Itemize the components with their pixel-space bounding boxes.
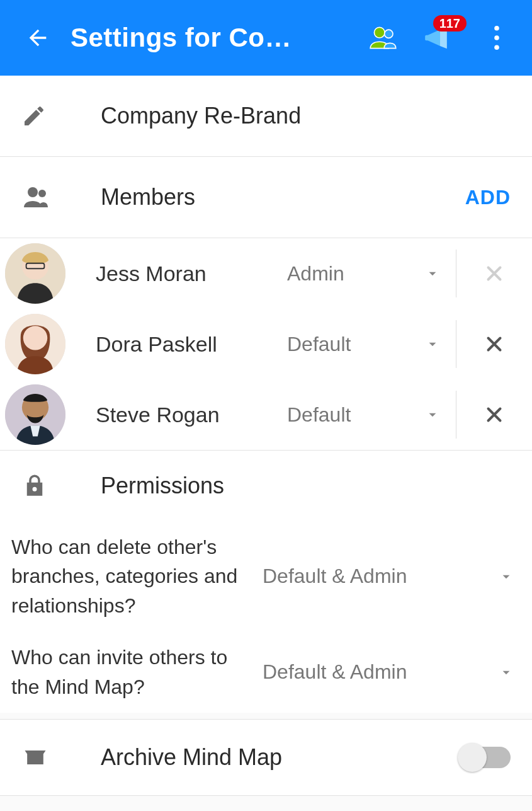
avatar: [5, 243, 65, 304]
close-icon: [482, 262, 506, 285]
member-name: Dora Paskell: [96, 332, 280, 357]
notification-badge: 117: [433, 15, 467, 32]
page-title: Settings for Co…: [71, 23, 348, 53]
app-bar: Settings for Co… 117: [0, 0, 532, 76]
member-role-select[interactable]: Admin: [280, 262, 456, 285]
permission-value: Default & Admin: [263, 565, 407, 588]
people-button[interactable]: [366, 20, 401, 55]
permission-select[interactable]: Default & Admin: [263, 660, 514, 684]
lock-icon: [21, 473, 48, 499]
chevron-down-icon: [498, 664, 514, 681]
member-role-select[interactable]: Default: [280, 333, 456, 356]
member-role-select[interactable]: Default: [280, 403, 456, 427]
back-button[interactable]: [23, 23, 53, 53]
member-role-value: Default: [287, 333, 351, 356]
members-icon: [21, 182, 52, 212]
svg-point-3: [494, 26, 499, 31]
arrow-left-icon: [25, 25, 50, 50]
notifications-button[interactable]: 117: [422, 20, 458, 55]
chevron-down-icon: [424, 406, 441, 423]
permission-question: Who can invite others to the Mind Map?: [11, 643, 247, 701]
svg-point-0: [374, 27, 385, 38]
more-vert-icon: [494, 26, 499, 50]
svg-rect-2: [425, 35, 429, 41]
permission-select[interactable]: Default & Admin: [263, 565, 514, 588]
svg-point-14: [23, 326, 47, 350]
avatar: [5, 384, 65, 445]
svg-point-4: [494, 35, 499, 40]
chevron-down-icon: [498, 568, 514, 585]
member-role-value: Admin: [287, 262, 344, 285]
archive-label: Archive Mind Map: [101, 744, 460, 771]
members-header: Members ADD: [0, 157, 532, 238]
avatar: [5, 314, 65, 374]
permission-row: Who can invite others to the Mind Map? D…: [0, 631, 532, 713]
member-row: Dora Paskell Default: [0, 309, 532, 379]
member-name: Steve Rogan: [96, 403, 280, 427]
close-icon: [482, 403, 506, 427]
people-icon: [368, 22, 399, 54]
member-name: Jess Moran: [96, 262, 280, 286]
toggle-knob: [458, 743, 487, 772]
archive-icon: [21, 744, 49, 771]
close-icon: [482, 332, 506, 356]
appbar-actions: 117: [366, 20, 514, 55]
chevron-down-icon: [424, 265, 441, 282]
permissions-label: Permissions: [101, 473, 532, 499]
chevron-down-icon: [424, 336, 441, 352]
member-role-value: Default: [287, 403, 351, 427]
svg-point-7: [38, 190, 46, 197]
svg-point-1: [385, 30, 393, 38]
remove-member-button[interactable]: [456, 332, 532, 356]
overflow-menu-button[interactable]: [479, 20, 514, 55]
members-label: Members: [101, 184, 465, 210]
svg-point-6: [28, 187, 38, 197]
mindmap-name: Company Re-Brand: [101, 103, 532, 129]
pencil-icon: [21, 103, 47, 129]
svg-point-5: [494, 45, 499, 50]
member-row: Jess Moran Admin: [0, 238, 532, 309]
remove-member-button: [456, 262, 532, 285]
member-row: Steve Rogan Default: [0, 379, 532, 450]
mindmap-name-row[interactable]: Company Re-Brand: [0, 76, 532, 156]
add-member-button[interactable]: ADD: [465, 186, 511, 209]
archive-toggle[interactable]: [460, 747, 511, 768]
remove-member-button[interactable]: [456, 403, 532, 427]
archive-row: Archive Mind Map: [0, 720, 532, 795]
permissions-header: Permissions: [0, 451, 532, 521]
permission-question: Who can delete other's branches, categor…: [11, 532, 247, 620]
permission-row: Who can delete other's branches, categor…: [0, 521, 532, 631]
permission-value: Default & Admin: [263, 660, 407, 684]
